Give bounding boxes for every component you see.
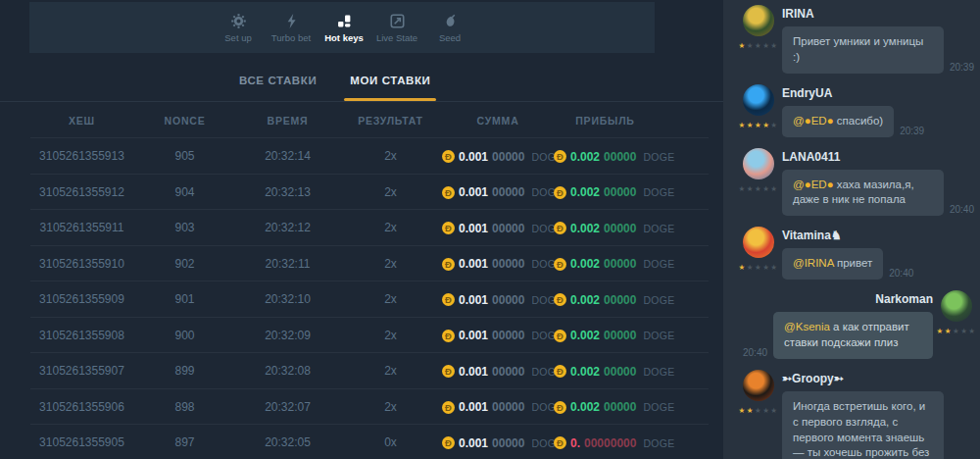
toolbar-item-hot-keys[interactable]: Hot keys: [318, 13, 370, 43]
amount-zeros: 00000: [604, 185, 636, 199]
cell-nonce: 903: [133, 221, 236, 234]
star-icon: ★: [738, 263, 746, 272]
table-row[interactable]: 310526135591390520:32:142xÐ0.00100000DOG…: [0, 138, 723, 175]
currency-label: DOGE: [643, 258, 674, 270]
table-row[interactable]: 310526135590589720:32:050xÐ0.00100000DOG…: [0, 425, 723, 459]
chat-username[interactable]: Vitamina♞: [782, 229, 974, 242]
cell-hash: 3105261355908: [30, 329, 133, 342]
cell-bet-amount: Ð0.00100000DOGE: [442, 400, 554, 415]
user-mention[interactable]: @: [793, 178, 805, 190]
chat-username[interactable]: LANA0411: [782, 150, 974, 164]
chat-bubble: @●ED● хаха мазила,я, даже в ник не попал…: [782, 170, 944, 217]
chat-timestamp: 20:39: [900, 126, 924, 137]
cell-time: 20:32:13: [236, 185, 339, 199]
cell-bet-amount: Ð0.00100000DOGE: [442, 221, 554, 235]
star-rating: ★★★★★: [738, 184, 778, 193]
user-mention[interactable]: ED: [811, 115, 827, 127]
chat-bubble: Привет умники и умницы :): [782, 26, 944, 74]
amount-main: 0.002: [570, 293, 600, 307]
chat-panel[interactable]: ★★★★★IRINAПривет умники и умницы :)20:39…: [723, 0, 980, 459]
chat-message: ★★★★★Vitamina♞@IRINA привет20:40: [723, 227, 980, 280]
currency-label: DOGE: [643, 186, 674, 198]
star-icon: ★: [747, 406, 755, 415]
cell-time: 20:32:12: [236, 221, 339, 234]
amount-zeros: 00000: [492, 185, 524, 199]
chat-username[interactable]: IRINA: [782, 7, 974, 21]
avatar[interactable]: [941, 290, 972, 322]
table-row[interactable]: 310526135591290420:32:132xÐ0.00100000DOG…: [0, 175, 723, 211]
chat-username[interactable]: ➳Groopy➳: [782, 372, 974, 385]
cell-hash: 3105261355910: [30, 257, 133, 271]
currency-label: DOGE: [643, 401, 674, 413]
app-root: Set upTurbo betHot keysLive StateSeed ВС…: [0, 0, 980, 459]
lightning-icon: [285, 13, 298, 29]
table-row[interactable]: 310526135590789920:32:082xÐ0.00100000DOG…: [0, 353, 723, 389]
table-row[interactable]: 310526135590990120:32:102xÐ0.00100000DOG…: [0, 281, 723, 318]
table-row[interactable]: 310526135591090220:32:112xÐ0.00100000DOG…: [0, 246, 723, 282]
message-text: привет: [834, 257, 873, 269]
user-mention[interactable]: ED: [811, 178, 827, 190]
cell-time: 20:32:07: [236, 400, 339, 414]
doge-coin-icon: Ð: [442, 222, 455, 234]
bets-panel: Set upTurbo betHot keysLive StateSeed ВС…: [0, 0, 723, 459]
star-icon: ★: [755, 41, 762, 50]
amount-main: 0.001: [459, 150, 488, 164]
doge-coin-icon: Ð: [554, 258, 566, 271]
avatar[interactable]: [743, 148, 774, 179]
doge-coin-icon: Ð: [554, 330, 566, 342]
column-header: РЕЗУЛЬТАТ: [339, 115, 442, 127]
tab-all-bets[interactable]: ВСЕ СТАВКИ: [229, 59, 326, 101]
chat-message: ★★★★★LANA0411@●ED● хаха мазила,я, даже в…: [723, 148, 980, 217]
cell-profit-amount: Ð0.00000000DOGE: [554, 435, 657, 450]
chat-username[interactable]: Narkoman: [743, 292, 933, 306]
amount-zeros: 00000: [604, 293, 636, 307]
toolbar-item-live-state[interactable]: Live State: [370, 13, 423, 43]
cell-result: 2x: [339, 400, 442, 414]
currency-label: DOGE: [643, 437, 674, 449]
avatar[interactable]: [743, 84, 774, 116]
user-mention[interactable]: @: [793, 115, 805, 127]
chat-bubble: Иногда встретишь кого, и с первого взгля…: [782, 391, 944, 459]
amount-main: 0.001: [459, 257, 488, 271]
star-rating: ★★★★★: [738, 121, 778, 129]
toolbar-item-seed[interactable]: Seed: [423, 13, 476, 43]
amount-main: 0.002: [570, 400, 600, 414]
table-row[interactable]: 310526135590890020:32:092xÐ0.00100000DOG…: [0, 318, 723, 354]
cell-profit-amount: Ð0.00200000DOGE: [554, 221, 657, 235]
amount-zeros: 00000: [604, 329, 636, 342]
cell-nonce: 904: [133, 185, 236, 199]
avatar[interactable]: [743, 227, 774, 258]
avatar[interactable]: [743, 5, 774, 36]
table-row[interactable]: 310526135591190320:32:122xÐ0.00100000DOG…: [0, 210, 723, 246]
toolbar-item-turbo-bet[interactable]: Turbo bet: [265, 13, 318, 43]
amount-main: 0.002: [570, 150, 600, 164]
star-icon: ★: [770, 263, 778, 272]
star-icon: ★: [747, 184, 755, 193]
doge-coin-icon: Ð: [554, 150, 566, 163]
amount-zeros: 00000: [604, 150, 636, 164]
amount-zeros: 00000: [492, 365, 524, 379]
cell-hash: 3105261355911: [30, 221, 133, 234]
cell-profit-amount: Ð0.00200000DOGE: [554, 292, 657, 307]
amount-zeros: 00000: [492, 150, 524, 164]
chat-message-content: LANA0411@●ED● хаха мазила,я, даже в ник …: [782, 148, 974, 217]
tab-my-bets[interactable]: МОИ СТАВКИ: [340, 59, 440, 101]
doge-coin-icon: Ð: [442, 293, 455, 306]
seed-icon: [443, 13, 458, 29]
cell-bet-amount: Ð0.00100000DOGE: [442, 257, 554, 272]
user-mention[interactable]: @Ksenia: [784, 321, 830, 332]
avatar[interactable]: [743, 370, 774, 401]
cell-time: 20:32:08: [236, 364, 339, 378]
chat-timestamp: 20:39: [950, 62, 974, 74]
toolbar-item-set-up[interactable]: Set up: [212, 13, 265, 43]
cell-bet-amount: Ð0.00100000DOGE: [442, 185, 554, 200]
cell-result: 2x: [339, 185, 442, 199]
amount-main: 0.002: [570, 185, 600, 199]
currency-label: DOGE: [643, 223, 674, 234]
doge-coin-icon: Ð: [554, 186, 566, 199]
table-row[interactable]: 310526135590689820:32:072xÐ0.00100000DOG…: [0, 389, 723, 426]
doge-coin-icon: Ð: [442, 436, 455, 449]
chat-username[interactable]: EndryUA: [782, 86, 974, 100]
user-mention[interactable]: @IRINA: [793, 257, 834, 269]
column-header: ВРЕМЯ: [236, 115, 339, 127]
